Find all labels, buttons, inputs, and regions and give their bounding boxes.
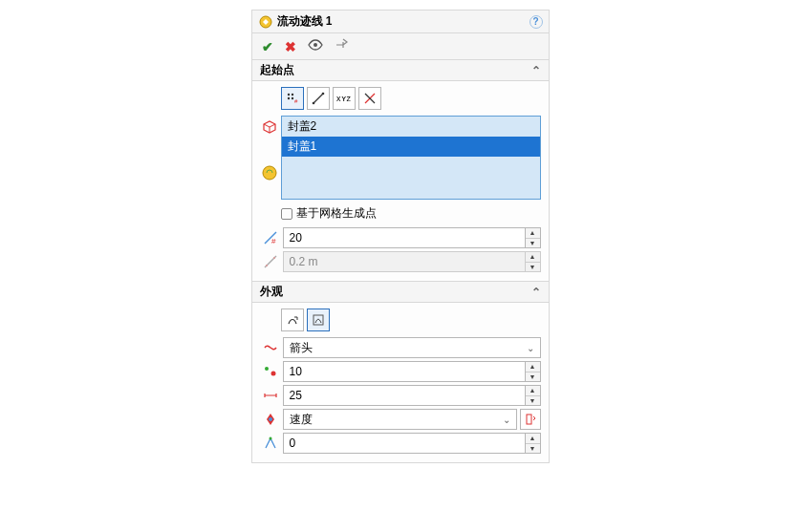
density-spinner[interactable]: ▲▼: [526, 361, 541, 382]
style-select[interactable]: 箭头 ⌄: [283, 337, 541, 358]
panel-title: 流动迹线 1: [277, 13, 530, 30]
gradient-spinner[interactable]: ▲▼: [526, 433, 541, 454]
spacing-row: 0.2 m ▲▼: [260, 251, 541, 272]
svg-point-3: [291, 94, 292, 96]
svg-point-2: [287, 94, 289, 96]
svg-point-15: [270, 372, 275, 376]
width-icon: [260, 386, 281, 405]
property-panel: 流动迹线 1 ? ✔ ✖ 起始点 ⌃ # xʏz: [251, 10, 550, 463]
mesh-points-checkbox[interactable]: [281, 208, 292, 220]
svg-point-5: [291, 97, 292, 99]
density-input[interactable]: 10: [283, 361, 526, 382]
density-icon: [260, 362, 281, 381]
svg-point-18: [269, 437, 271, 440]
chevron-down-icon: ⌄: [503, 415, 510, 425]
svg-point-16: [269, 417, 272, 421]
collapse-icon: ⌃: [531, 64, 541, 77]
count-icon: #: [260, 228, 281, 247]
mesh-points-row: 基于网格生成点: [281, 205, 541, 222]
svg-point-14: [265, 367, 269, 371]
list-item[interactable]: 封盖1: [282, 137, 540, 157]
svg-text:#: #: [271, 237, 276, 245]
svg-rect-17: [527, 415, 531, 424]
svg-point-4: [287, 97, 289, 99]
svg-rect-13: [314, 315, 323, 325]
svg-point-8: [321, 93, 324, 96]
mesh-points-label: 基于网格生成点: [296, 205, 377, 222]
pin-icon[interactable]: [335, 38, 348, 54]
colorby-edit-button[interactable]: [520, 409, 541, 430]
mode-plane-button[interactable]: [358, 87, 381, 110]
list-item[interactable]: 封盖2: [282, 117, 540, 137]
preview-icon[interactable]: [308, 39, 323, 53]
section-header-appearance[interactable]: 外观 ⌃: [252, 282, 549, 303]
section-body-start: # xʏz 封盖2 封盖1: [252, 81, 549, 282]
actionbar: ✔ ✖: [252, 33, 549, 60]
gradient-icon: [260, 434, 281, 453]
width-spinner[interactable]: ▲▼: [526, 385, 541, 406]
colorby-icon: [260, 410, 281, 429]
count-input[interactable]: 20: [283, 227, 526, 248]
width-input[interactable]: 25: [283, 385, 526, 406]
svg-point-9: [263, 166, 276, 180]
help-icon[interactable]: ?: [530, 15, 543, 29]
gradient-row: 0 ▲▼: [260, 433, 541, 454]
density-row: 10 ▲▼: [260, 361, 541, 382]
mode-line-button[interactable]: [307, 87, 330, 110]
static-button[interactable]: [281, 309, 304, 331]
style-icon: [260, 338, 281, 357]
mode-xyz-button[interactable]: xʏz: [333, 87, 356, 110]
cancel-icon[interactable]: ✖: [285, 39, 296, 54]
gradient-input[interactable]: 0: [283, 433, 526, 454]
pattern-icon[interactable]: [260, 163, 279, 182]
start-from-row: 封盖2 封盖1: [260, 116, 541, 200]
chevron-down-icon: ⌄: [527, 343, 534, 353]
colorby-row: 速度 ⌄: [260, 409, 541, 430]
svg-point-1: [314, 43, 317, 47]
dynamic-button[interactable]: [307, 309, 330, 331]
style-row: 箭头 ⌄: [260, 337, 541, 358]
titlebar: 流动迹线 1 ?: [252, 11, 549, 33]
svg-point-7: [312, 102, 314, 105]
spacing-spinner: ▲▼: [526, 251, 541, 272]
count-spinner[interactable]: ▲▼: [526, 227, 541, 248]
start-faces-listbox[interactable]: 封盖2 封盖1: [281, 116, 541, 200]
count-row: # 20 ▲▼: [260, 227, 541, 248]
collapse-icon: ⌃: [531, 286, 541, 299]
appearance-toolbar: [281, 309, 541, 331]
feature-icon: [258, 14, 273, 30]
section-title-start: 起始点: [260, 62, 294, 78]
face-select-icon[interactable]: [260, 117, 279, 137]
colorby-select[interactable]: 速度 ⌄: [283, 409, 517, 430]
section-title-appearance: 外观: [260, 284, 283, 300]
spacing-input: 0.2 m: [283, 251, 526, 272]
section-body-appearance: 箭头 ⌄ 10 ▲▼ 25 ▲▼: [252, 303, 549, 462]
width-row: 25 ▲▼: [260, 385, 541, 406]
xyz-label: xʏz: [336, 94, 351, 103]
spacing-icon: [260, 252, 281, 271]
section-header-start[interactable]: 起始点 ⌃: [252, 60, 549, 81]
start-mode-toolbar: # xʏz: [281, 87, 541, 110]
ok-icon[interactable]: ✔: [262, 39, 273, 54]
svg-text:#: #: [294, 98, 298, 104]
mode-points-button[interactable]: #: [281, 87, 304, 110]
svg-point-12: [273, 257, 275, 259]
svg-point-11: [266, 265, 268, 266]
